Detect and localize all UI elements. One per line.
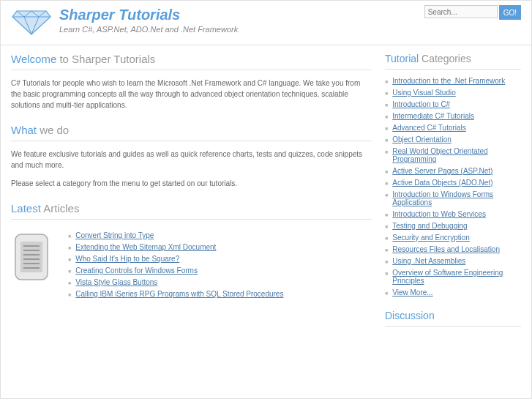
discussion-heading: Discussion [385, 310, 521, 327]
welcome-heading: Welcome to Sharper Tutorials [11, 53, 372, 70]
list-item: Using Visual Studio [385, 89, 521, 97]
list-item: Introduction to C# [385, 100, 521, 108]
what-we-do-section: What we do We feature exclusive tutorial… [11, 124, 372, 189]
list-item: Real World Object Orientated Programming [385, 147, 521, 163]
what-body-2: Please select a category from the menu t… [11, 178, 372, 189]
category-link[interactable]: Object Orientation [392, 135, 452, 143]
latest-article-link[interactable]: Convert String into Type [75, 231, 154, 239]
latest-articles-list: Convert String into TypeExtending the We… [68, 231, 283, 302]
latest-article-link[interactable]: Vista Style Glass Buttons [75, 278, 157, 286]
category-link[interactable]: Using .Net Assemblies [392, 257, 465, 265]
category-link[interactable]: Introduction to Windows Forms Applicatio… [392, 190, 521, 206]
categories-section: Tutorial Categories Introduction to the … [385, 53, 521, 297]
go-button[interactable]: GO! [499, 5, 521, 20]
category-link[interactable]: Real World Object Orientated Programming [392, 147, 521, 163]
list-item: Resources Files and Localisation [385, 245, 521, 253]
categories-list: Introduction to the .Net FrameworkUsing … [385, 77, 521, 297]
list-item: View More... [385, 288, 521, 297]
what-body-1: We feature exclusive tutorials and guide… [11, 149, 372, 171]
list-item: Active Server Pages (ASP.Net) [385, 167, 521, 175]
category-link[interactable]: Testing and Debugging [392, 222, 467, 230]
list-item: Introduction to the .Net Framework [385, 77, 521, 85]
list-item: Calling IBM iSeries RPG Programs with SQ… [68, 290, 283, 298]
latest-articles-section: Latest Articles Convert String into Type… [11, 202, 372, 302]
site-title[interactable]: Sharper Tutorials [59, 7, 238, 23]
category-link[interactable]: Resources Files and Localisation [392, 245, 500, 253]
list-item: Intermediate C# Tutorials [385, 112, 521, 120]
category-link[interactable]: View More... [392, 288, 432, 297]
tagline: Learn C#, ASP.Net, ADO.Net and .Net Fram… [59, 25, 238, 34]
header: Sharper Tutorials Learn C#, ASP.Net, ADO… [1, 1, 531, 45]
search-box: GO! [424, 5, 521, 20]
latest-article-link[interactable]: Who Said It's Hip to be Square? [75, 255, 179, 263]
category-link[interactable]: Security and Encryption [392, 234, 470, 242]
list-item: Advanced C# Tutorials [385, 124, 521, 132]
category-link[interactable]: Active Server Pages (ASP.Net) [392, 167, 492, 175]
latest-article-link[interactable]: Creating Controls for Windows Forms [75, 266, 198, 275]
list-item: Convert String into Type [68, 231, 283, 239]
latest-article-link[interactable]: Extending the Web Sitemap Xml Document [75, 243, 216, 251]
category-link[interactable]: Advanced C# Tutorials [392, 124, 466, 132]
list-item: Who Said It's Hip to be Square? [68, 255, 283, 263]
welcome-body: C# Tutorials for people who wish to lear… [11, 78, 372, 111]
diamond-logo-icon [11, 7, 52, 36]
category-link[interactable]: Overview of Software Engineering Princip… [392, 269, 521, 285]
list-item: Active Data Objects (ADO.Net) [385, 179, 521, 187]
list-item: Vista Style Glass Buttons [68, 278, 283, 286]
list-item: Object Orientation [385, 135, 521, 143]
list-item: Creating Controls for Windows Forms [68, 266, 283, 275]
list-item: Introduction to Windows Forms Applicatio… [385, 190, 521, 206]
category-link[interactable]: Intermediate C# Tutorials [392, 112, 474, 120]
search-input[interactable] [424, 5, 498, 18]
list-item: Overview of Software Engineering Princip… [385, 269, 521, 285]
list-item: Extending the Web Sitemap Xml Document [68, 243, 283, 251]
category-link[interactable]: Using Visual Studio [392, 89, 456, 97]
category-link[interactable]: Introduction to Web Services [392, 210, 486, 218]
welcome-section: Welcome to Sharper Tutorials C# Tutorial… [11, 53, 372, 111]
category-link[interactable]: Introduction to C# [392, 100, 450, 108]
category-link[interactable]: Introduction to the .Net Framework [392, 77, 505, 85]
list-item: Testing and Debugging [385, 222, 521, 230]
what-heading: What we do [11, 124, 372, 141]
list-item: Security and Encryption [385, 234, 521, 242]
list-item: Introduction to Web Services [385, 210, 521, 218]
categories-heading: Tutorial Categories [385, 53, 521, 70]
discussion-section: Discussion [385, 310, 521, 327]
list-item: Using .Net Assemblies [385, 257, 521, 265]
svg-marker-0 [12, 11, 50, 34]
category-link[interactable]: Active Data Objects (ADO.Net) [392, 179, 492, 187]
latest-article-link[interactable]: Calling IBM iSeries RPG Programs with SQ… [75, 290, 283, 298]
document-icon [11, 231, 52, 283]
latest-heading: Latest Articles [11, 202, 372, 220]
